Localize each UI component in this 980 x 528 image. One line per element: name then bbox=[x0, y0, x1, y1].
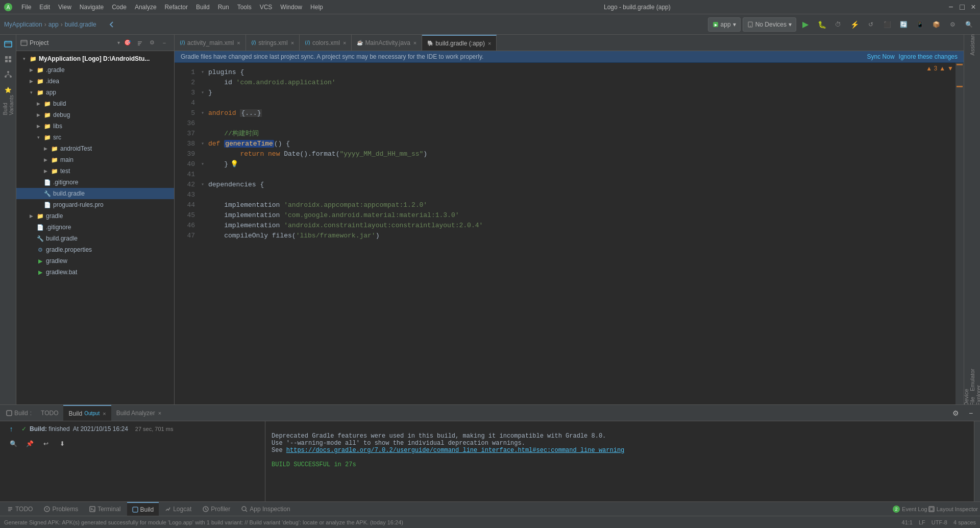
collapse-all-button[interactable] bbox=[134, 37, 145, 49]
tab-close-activity-main[interactable]: × bbox=[237, 40, 240, 46]
menu-refactor[interactable]: Refactor bbox=[161, 3, 192, 12]
tab-app-inspection[interactable]: App Inspection bbox=[236, 502, 295, 516]
warning-nav-up[interactable]: ▲ bbox=[939, 65, 945, 72]
tree-item-test[interactable]: ▶ 📁 test bbox=[16, 165, 174, 177]
warning-nav-down[interactable]: ▼ bbox=[947, 65, 953, 72]
encoding[interactable]: UTF-8 bbox=[932, 519, 947, 525]
breadcrumb-file[interactable]: build.gradle bbox=[65, 21, 96, 28]
build-result-item[interactable]: ↑ ✓ Build: finished At 2021/10/15 16:24 … bbox=[2, 423, 263, 435]
breadcrumb-module[interactable]: app bbox=[48, 21, 59, 28]
sidebar-item-build-variants[interactable]: Build Variants bbox=[1, 98, 15, 112]
close-button[interactable]: × bbox=[970, 4, 977, 11]
menu-tools[interactable]: Tools bbox=[233, 3, 256, 12]
tab-build[interactable]: Build bbox=[127, 502, 159, 516]
avd-manager-button[interactable]: 📱 bbox=[913, 17, 927, 32]
build-arrow-up[interactable]: ↑ bbox=[4, 422, 18, 436]
menu-build[interactable]: Build bbox=[192, 3, 214, 12]
minimize-panel-button[interactable]: − bbox=[159, 37, 170, 49]
menu-code[interactable]: Code bbox=[108, 3, 131, 12]
editor-scrollbar[interactable] bbox=[955, 63, 964, 404]
fold-icon-1[interactable]: ▾ bbox=[201, 69, 208, 75]
locate-file-button[interactable]: 🎯 bbox=[122, 37, 133, 49]
tree-item-main[interactable]: ▶ 📁 main bbox=[16, 154, 174, 165]
tab-build-analyzer[interactable]: Build Analyzer × bbox=[111, 405, 166, 421]
profile-button[interactable]: ⏱ bbox=[831, 17, 845, 32]
tree-item-debug[interactable]: ▶ 📁 debug bbox=[16, 109, 174, 121]
tab-terminal[interactable]: Terminal bbox=[84, 502, 126, 516]
device-dropdown[interactable]: No Devices ▾ bbox=[743, 17, 796, 32]
bottom-minimize-button[interactable]: − bbox=[964, 406, 978, 420]
tab-logcat[interactable]: Logcat bbox=[160, 502, 197, 516]
tree-item-proguard[interactable]: ▶ 📄 proguard-rules.pro bbox=[16, 199, 174, 210]
tree-item-gradle-hidden[interactable]: ▶ 📁 .gradle bbox=[16, 64, 174, 76]
line-ending[interactable]: LF bbox=[919, 519, 925, 525]
settings-panel-button[interactable]: ⚙ bbox=[146, 37, 158, 49]
tree-androidtest-toggle[interactable]: ▶ bbox=[42, 145, 49, 152]
lightbulb-icon[interactable]: 💡 bbox=[230, 160, 238, 168]
breadcrumb-project[interactable]: MyApplication bbox=[4, 21, 42, 28]
fold-icon-5[interactable]: ▾ bbox=[201, 110, 208, 116]
menu-help[interactable]: Help bbox=[306, 3, 327, 12]
build-scroll-end-button[interactable]: ⬇ bbox=[55, 437, 69, 451]
tree-libs-toggle[interactable]: ▶ bbox=[35, 123, 42, 130]
apply-code-changes-button[interactable]: ↺ bbox=[864, 17, 878, 32]
fold-icon-40[interactable]: ▾ bbox=[201, 161, 208, 167]
menu-window[interactable]: Window bbox=[276, 3, 306, 12]
tree-item-build-gradle-app[interactable]: ▶ 🔧 build.gradle bbox=[16, 188, 174, 199]
tree-gradle-toggle[interactable]: ▶ bbox=[28, 212, 35, 220]
menu-vcs[interactable]: VCS bbox=[256, 3, 277, 12]
tab-build-output-wrapper[interactable]: Build Output × bbox=[63, 405, 111, 421]
tab-main-activity[interactable]: ☕ MainActivity.java × bbox=[352, 35, 422, 51]
menu-analyze[interactable]: Analyze bbox=[131, 3, 161, 12]
apply-changes-button[interactable]: ⚡ bbox=[847, 17, 862, 32]
menu-navigate[interactable]: Navigate bbox=[76, 3, 108, 12]
tab-close-colors[interactable]: × bbox=[343, 40, 346, 46]
tree-src-toggle[interactable]: ▾ bbox=[35, 134, 42, 141]
tree-item-gradlew-bat[interactable]: ▶ ▶ gradlew.bat bbox=[16, 267, 174, 278]
tree-item-src[interactable]: ▾ 📁 src bbox=[16, 132, 174, 143]
tab-profiler[interactable]: Profiler bbox=[198, 502, 235, 516]
tab-activity-main[interactable]: ⟨/⟩ activity_main.xml × bbox=[175, 35, 246, 51]
menu-edit[interactable]: Edit bbox=[35, 3, 54, 12]
tree-item-idea[interactable]: ▶ 📁 .idea bbox=[16, 76, 174, 87]
sidebar-item-resource-manager[interactable] bbox=[1, 52, 15, 66]
tab-close-main-activity[interactable]: × bbox=[413, 40, 416, 46]
tab-close-build-output[interactable]: × bbox=[103, 411, 106, 417]
build-output-area[interactable]: Deprecated Gradle features were used in … bbox=[265, 421, 974, 501]
tab-colors[interactable]: ⟨/⟩ colors.xml × bbox=[300, 35, 352, 51]
tree-app-toggle[interactable]: ▾ bbox=[28, 89, 35, 96]
sidebar-item-assistant[interactable]: Assistant bbox=[965, 37, 979, 51]
tree-item-build-gradle-root[interactable]: ▶ 🔧 build.gradle bbox=[16, 233, 174, 244]
fold-icon-38[interactable]: ▾ bbox=[201, 140, 208, 147]
tree-item-gradle-properties[interactable]: ▶ ⚙ gradle.properties bbox=[16, 244, 174, 255]
fold-icon-42[interactable]: ▾ bbox=[201, 181, 208, 187]
code-editor[interactable]: ▲ 3 ▲ ▼ 1 2 3 4 5 36 37 38 39 40 41 42 4… bbox=[175, 63, 964, 404]
tab-strings[interactable]: ⟨/⟩ strings.xml × bbox=[246, 35, 300, 51]
build-filter-button[interactable]: 🔍 bbox=[6, 437, 20, 451]
tab-close-strings[interactable]: × bbox=[291, 40, 294, 46]
tree-main-toggle[interactable]: ▶ bbox=[42, 156, 49, 163]
tab-close-build-analyzer[interactable]: × bbox=[158, 410, 161, 416]
tab-problems[interactable]: Problems bbox=[39, 502, 83, 516]
tree-test-toggle[interactable]: ▶ bbox=[42, 167, 49, 175]
search-everywhere-button[interactable]: 🔍 bbox=[962, 17, 976, 32]
sidebar-item-structure[interactable] bbox=[1, 67, 15, 82]
tab-todo[interactable]: TODO bbox=[2, 502, 38, 516]
menu-run[interactable]: Run bbox=[214, 3, 233, 12]
indent-setting[interactable]: 4 spaces bbox=[953, 519, 976, 525]
tree-gradle-hidden-toggle[interactable]: ▶ bbox=[28, 66, 35, 74]
bottom-settings-button[interactable]: ⚙ bbox=[948, 406, 963, 420]
build-wrap-button[interactable]: ↩ bbox=[39, 437, 53, 451]
debug-button[interactable]: 🐛 bbox=[815, 17, 829, 32]
tree-item-gradlew[interactable]: ▶ ▶ gradlew bbox=[16, 255, 174, 267]
warning-indicator[interactable]: ▲ 3 ▲ ▼ bbox=[926, 65, 953, 72]
tab-sync[interactable]: TODO bbox=[36, 405, 63, 421]
event-log-item[interactable]: 2 Event Log bbox=[893, 506, 927, 513]
app-config-dropdown[interactable]: ▶ app ▾ bbox=[708, 17, 741, 32]
sidebar-item-device-file-explorer[interactable]: Device File Explorer bbox=[965, 388, 979, 402]
build-output-scrollbar[interactable] bbox=[974, 421, 980, 501]
tree-idea-toggle[interactable]: ▶ bbox=[28, 78, 35, 85]
tree-root[interactable]: ▾ 📁 MyApplication [Logo] D:\AndroidStu..… bbox=[16, 53, 174, 64]
sync-now-link[interactable]: Sync Now bbox=[867, 53, 895, 60]
minimize-button[interactable]: − bbox=[947, 4, 954, 11]
